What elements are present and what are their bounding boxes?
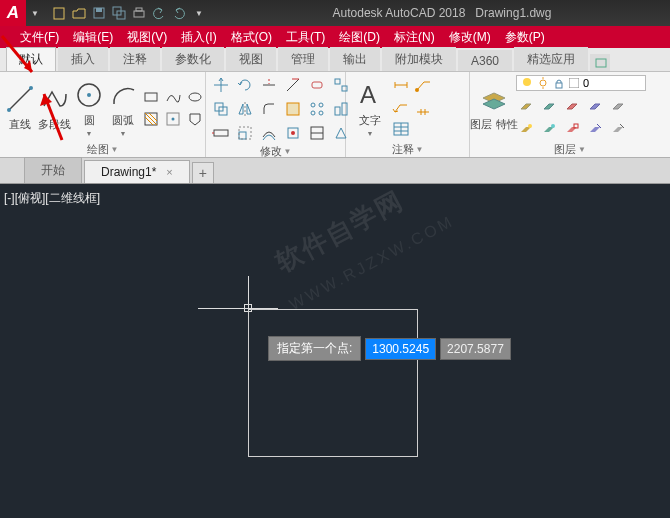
drawing-canvas[interactable]: [-][俯视][二维线框] 软件自学网 WWW.RJZXW.COM 指定第一个点… bbox=[0, 184, 670, 518]
layer-prev-icon[interactable] bbox=[608, 97, 628, 117]
offset-icon[interactable] bbox=[258, 122, 280, 144]
svg-rect-62 bbox=[556, 83, 562, 88]
panel-annotate-title[interactable]: 注释▼ bbox=[350, 141, 465, 157]
app-menu-dropdown-icon[interactable]: ▼ bbox=[26, 4, 44, 22]
svg-point-64 bbox=[528, 124, 532, 128]
ribbon: 直线 多段线 圆▼ 圆弧▼ bbox=[0, 72, 670, 158]
layer-off-icon[interactable] bbox=[516, 97, 536, 117]
mirror-icon[interactable] bbox=[234, 98, 256, 120]
tab-parametric[interactable]: 参数化 bbox=[162, 47, 224, 71]
undo-icon[interactable] bbox=[150, 4, 168, 22]
saveas-icon[interactable] bbox=[110, 4, 128, 22]
layer-properties-button[interactable]: 图层 特性 bbox=[474, 85, 514, 130]
point-icon[interactable] bbox=[163, 109, 183, 129]
panel-layer-title[interactable]: 图层▼ bbox=[474, 141, 666, 157]
dimension-icon[interactable] bbox=[392, 76, 412, 96]
fillet-icon[interactable] bbox=[258, 98, 280, 120]
rotate-icon[interactable] bbox=[234, 74, 256, 96]
menu-format[interactable]: 格式(O) bbox=[231, 29, 272, 46]
stretch-icon[interactable] bbox=[210, 122, 232, 144]
erase-icon[interactable] bbox=[306, 74, 328, 96]
trim-icon[interactable] bbox=[258, 74, 280, 96]
chamfer-icon[interactable] bbox=[282, 98, 304, 120]
leader-icon[interactable] bbox=[414, 76, 434, 96]
tab-insert[interactable]: 插入 bbox=[58, 47, 108, 71]
region-icon[interactable] bbox=[185, 109, 205, 129]
move-icon[interactable] bbox=[210, 74, 232, 96]
text-button[interactable]: A 文字▼ bbox=[350, 79, 390, 137]
layer-freeze-icon[interactable] bbox=[539, 97, 559, 117]
tab-drawing1[interactable]: Drawing1*× bbox=[84, 160, 190, 183]
svg-point-20 bbox=[172, 117, 175, 120]
layer-on-icon[interactable] bbox=[562, 120, 582, 140]
tab-start[interactable]: 开始 bbox=[24, 157, 82, 183]
break-icon[interactable] bbox=[282, 122, 304, 144]
coord-y-input[interactable]: 2207.5877 bbox=[440, 338, 511, 360]
array-icon[interactable] bbox=[306, 98, 328, 120]
layer-uniso-icon[interactable] bbox=[539, 120, 559, 140]
tab-addins[interactable]: 附加模块 bbox=[382, 47, 456, 71]
menu-edit[interactable]: 编辑(E) bbox=[73, 29, 113, 46]
app-logo[interactable]: A bbox=[0, 0, 26, 26]
svg-point-12 bbox=[87, 93, 91, 97]
svg-point-42 bbox=[291, 131, 295, 135]
tab-featured[interactable]: 精选应用 bbox=[514, 47, 588, 71]
svg-point-34 bbox=[311, 111, 315, 115]
qat-dropdown-icon[interactable]: ▼ bbox=[190, 4, 208, 22]
menu-parametric[interactable]: 参数(P) bbox=[505, 29, 545, 46]
scale-icon[interactable] bbox=[234, 122, 256, 144]
quick-access-toolbar: ▼ bbox=[44, 4, 214, 22]
add-tab-button[interactable]: + bbox=[192, 162, 214, 183]
menu-dimension[interactable]: 标注(N) bbox=[394, 29, 435, 46]
circle-icon bbox=[73, 79, 105, 111]
panel-layer: 图层 特性 0 bbox=[470, 72, 670, 157]
copy-icon[interactable] bbox=[210, 98, 232, 120]
save-icon[interactable] bbox=[90, 4, 108, 22]
sun-icon bbox=[537, 77, 549, 89]
svg-point-32 bbox=[311, 103, 315, 107]
ellipse-icon[interactable] bbox=[185, 87, 205, 107]
svg-rect-40 bbox=[239, 127, 251, 139]
multileader-icon[interactable] bbox=[392, 98, 412, 118]
viewport-label[interactable]: [-][俯视][二维线框] bbox=[4, 190, 100, 207]
circle-button[interactable]: 圆▼ bbox=[73, 79, 105, 137]
new-icon[interactable] bbox=[50, 4, 68, 22]
tab-manage[interactable]: 管理 bbox=[278, 47, 328, 71]
svg-rect-0 bbox=[54, 8, 64, 19]
svg-point-58 bbox=[523, 78, 531, 86]
menu-modify[interactable]: 修改(M) bbox=[449, 29, 491, 46]
menu-bar: 文件(F) 编辑(E) 视图(V) 插入(I) 格式(O) 工具(T) 绘图(D… bbox=[0, 26, 670, 48]
svg-rect-38 bbox=[214, 130, 228, 136]
layer-iso-icon[interactable] bbox=[516, 120, 536, 140]
tab-a360[interactable]: A360 bbox=[458, 50, 512, 71]
menu-draw[interactable]: 绘图(D) bbox=[339, 29, 380, 46]
svg-rect-2 bbox=[96, 8, 102, 12]
centermark-icon[interactable] bbox=[414, 98, 434, 118]
tab-view[interactable]: 视图 bbox=[226, 47, 276, 71]
close-icon[interactable]: × bbox=[166, 166, 172, 178]
layer-selector[interactable]: 0 bbox=[516, 75, 646, 91]
layer-match-icon[interactable] bbox=[585, 97, 605, 117]
svg-line-8 bbox=[9, 88, 31, 110]
redo-icon[interactable] bbox=[170, 4, 188, 22]
layer-thaw-icon[interactable] bbox=[585, 120, 605, 140]
tab-output[interactable]: 输出 bbox=[330, 47, 380, 71]
hatch-icon[interactable] bbox=[141, 109, 161, 129]
spline-icon[interactable] bbox=[163, 87, 183, 107]
menu-tools[interactable]: 工具(T) bbox=[286, 29, 325, 46]
panel-modify-title[interactable]: 修改▼ bbox=[210, 144, 341, 159]
print-icon[interactable] bbox=[130, 4, 148, 22]
tab-annotate[interactable]: 注释 bbox=[110, 47, 160, 71]
coord-x-input[interactable]: 1300.5245 bbox=[365, 338, 436, 360]
open-icon[interactable] bbox=[70, 4, 88, 22]
arc-button[interactable]: 圆弧▼ bbox=[107, 79, 139, 137]
menu-insert[interactable]: 插入(I) bbox=[181, 29, 216, 46]
extend-icon[interactable] bbox=[282, 74, 304, 96]
menu-view[interactable]: 视图(V) bbox=[127, 29, 167, 46]
table-icon[interactable] bbox=[392, 120, 412, 140]
tab-extra[interactable] bbox=[590, 54, 610, 71]
layer-lock-icon[interactable] bbox=[562, 97, 582, 117]
join-icon[interactable] bbox=[306, 122, 328, 144]
layer-unlock-icon[interactable] bbox=[608, 120, 628, 140]
rectangle-icon[interactable] bbox=[141, 87, 161, 107]
